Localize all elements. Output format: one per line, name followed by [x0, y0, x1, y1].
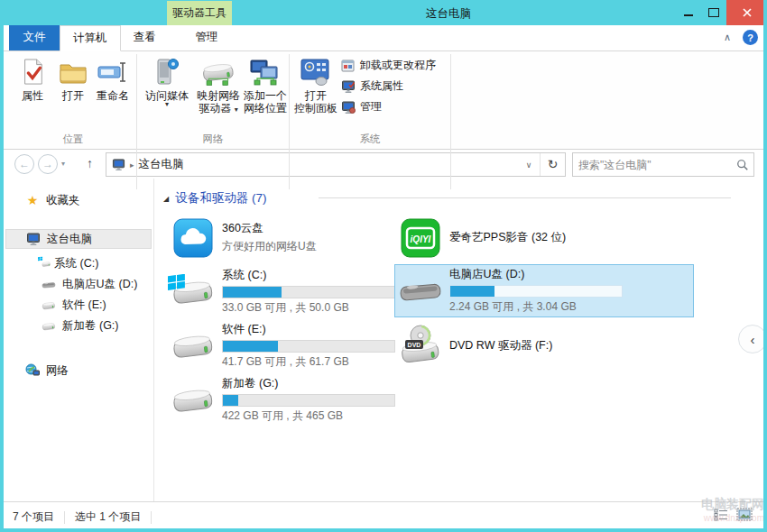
network-icon	[25, 363, 40, 378]
add-network-location-button[interactable]: 添加一个 网络位置	[243, 55, 288, 115]
sidebar-item-drive-d[interactable]: 电脑店U盘 (D:)	[4, 274, 153, 295]
rename-icon	[97, 55, 128, 89]
collapse-ribbon-icon[interactable]: ∧	[724, 32, 731, 43]
rename-button[interactable]: 重命名	[92, 55, 134, 102]
network-drive-icon	[200, 55, 236, 89]
sidebar-item-favorites[interactable]: ★ 收藏夹	[4, 190, 153, 210]
forward-button[interactable]: →	[38, 154, 58, 174]
capacity-bar	[222, 340, 395, 353]
ribbon-right-controls: ∧ ?	[724, 30, 758, 45]
navigation-pane: ★ 收藏夹 这台电脑 系统 (C:) 电脑店U盘 (D:) 软件 (E:) 新加…	[4, 179, 153, 502]
tile-drive-g[interactable]: 新加卷 (G:) 422 GB 可用 , 共 465 GB	[167, 373, 394, 427]
tab-view[interactable]: 查看	[121, 25, 169, 50]
open-button[interactable]: 打开	[55, 55, 91, 102]
breadcrumb-separator-icon: ▸	[130, 161, 134, 170]
open-control-panel-button[interactable]: 打开 控制面板	[292, 55, 339, 115]
refresh-icon[interactable]: ↻	[540, 153, 565, 176]
tile-drive-e[interactable]: 软件 (E:) 41.7 GB 可用 , 共 61.7 GB	[167, 319, 394, 372]
star-icon: ★	[25, 193, 40, 207]
sidebar-item-drive-g[interactable]: 新加卷 (G:)	[4, 316, 153, 336]
minimize-button[interactable]	[676, 0, 701, 25]
sidebar-item-network[interactable]: 网络	[4, 361, 153, 381]
window-frame	[0, 0, 4, 532]
items-count: 7 个项目	[13, 509, 54, 525]
this-pc-icon	[112, 158, 125, 171]
dvd-drive-icon: DVD	[397, 325, 444, 368]
collapse-group-icon: ◢	[163, 195, 169, 203]
titlebar	[0, 0, 767, 25]
status-bar: 7 个项目 选中 1 个项目	[4, 501, 763, 528]
usb-drive-icon	[397, 270, 444, 313]
system-properties-icon	[341, 79, 356, 94]
svg-text:DVD: DVD	[408, 341, 421, 347]
search-icon[interactable]	[732, 159, 753, 171]
usb-drive-icon	[42, 279, 56, 291]
drive-icon	[170, 379, 217, 422]
control-panel-icon	[300, 55, 332, 89]
recent-locations-dropdown-icon[interactable]: ▾	[61, 160, 65, 168]
properties-button[interactable]: 属性	[13, 55, 52, 102]
group-separator	[136, 54, 137, 189]
sidebar-item-this-pc[interactable]: 这台电脑	[5, 229, 152, 249]
forward-icon: →	[42, 158, 53, 170]
tab-computer[interactable]: 计算机	[60, 25, 121, 51]
search-input[interactable]	[573, 159, 732, 171]
tab-manage[interactable]: 管理	[183, 25, 231, 50]
drive-icon	[42, 320, 56, 333]
capacity-bar	[222, 286, 395, 298]
chevron-left-icon: ‹	[751, 332, 755, 347]
selection-count: 选中 1 个项目	[75, 509, 141, 525]
map-network-drive-button[interactable]: 映射网络 驱动器 ▾	[194, 55, 243, 115]
drive-tools-context-tab[interactable]: 驱动器工具	[167, 1, 232, 25]
navigation-bar: ← → ▾ ↑ ▸ 这台电脑 ∨ ↻	[4, 150, 763, 179]
access-media-button[interactable]: 访问媒体 ▾	[141, 55, 193, 107]
manage-icon	[341, 100, 356, 115]
minimize-icon	[684, 14, 693, 16]
group-label-location: 位置	[13, 133, 134, 146]
back-button[interactable]: ←	[14, 154, 34, 174]
status-separator	[64, 511, 65, 524]
search-box	[572, 152, 754, 177]
system-properties-button[interactable]: 系统属性	[341, 78, 403, 94]
address-bar[interactable]: ▸ 这台电脑 ∨ ↻	[106, 152, 566, 177]
pane-divider	[153, 179, 154, 502]
computer-icon	[26, 232, 41, 246]
tile-360-cloud[interactable]: 360云盘 方便好用的网络U盘	[167, 211, 394, 264]
maximize-button[interactable]	[701, 0, 726, 25]
cloud-360-icon	[170, 216, 217, 260]
ribbon: 属性 打开 重命名	[4, 50, 763, 150]
tile-dvd-drive[interactable]: DVD DVD RW 驱动器 (F:)	[394, 319, 622, 372]
window-controls	[676, 0, 767, 25]
iqiyi-icon: iQIYI	[397, 216, 444, 260]
uninstall-change-program-button[interactable]: 卸载或更改程序	[341, 58, 436, 73]
breadcrumb[interactable]: 这台电脑	[139, 157, 184, 172]
status-separator	[151, 511, 152, 524]
details-view-icon[interactable]	[714, 509, 728, 521]
file-list-area: ◢ 设备和驱动器 (7) 360云盘 方便好用的网络U盘	[154, 179, 763, 502]
tile-drive-c[interactable]: 系统 (C:) 33.0 GB 可用 , 共 50.0 GB	[167, 265, 394, 318]
sidebar-item-drive-c[interactable]: 系统 (C:)	[4, 253, 153, 274]
group-header[interactable]: ◢ 设备和驱动器 (7)	[163, 190, 266, 206]
close-button[interactable]	[726, 0, 767, 25]
address-dropdown-icon[interactable]: ∨	[518, 161, 540, 170]
tile-drive-d[interactable]: 电脑店U盘 (D:) 2.24 GB 可用 , 共 3.04 GB	[394, 264, 694, 317]
drive-icon	[170, 325, 217, 368]
tile-iqiyi[interactable]: iQIYI 爱奇艺PPS影音 (32 位)	[394, 211, 622, 264]
thumbnail-view-icon[interactable]	[736, 508, 753, 521]
up-button[interactable]: ↑	[87, 156, 93, 170]
window-frame	[763, 0, 767, 532]
group-separator	[289, 54, 290, 189]
maximize-icon	[708, 8, 719, 17]
tab-file[interactable]: 文件	[9, 25, 60, 50]
svg-text:iQIYI: iQIYI	[411, 234, 431, 243]
help-icon[interactable]: ?	[743, 30, 758, 45]
group-label-system: 系统	[290, 133, 450, 146]
ribbon-tab-row: 文件 计算机 查看 管理	[4, 25, 763, 51]
capacity-bar	[222, 394, 395, 407]
sidebar-item-drive-e[interactable]: 软件 (E:)	[4, 295, 153, 316]
uninstall-program-icon	[341, 59, 356, 73]
window-title: 这台电脑	[426, 6, 471, 22]
dropdown-arrow-icon: ▾	[165, 102, 169, 107]
media-device-icon	[153, 55, 180, 89]
manage-button[interactable]: 管理	[341, 99, 382, 115]
